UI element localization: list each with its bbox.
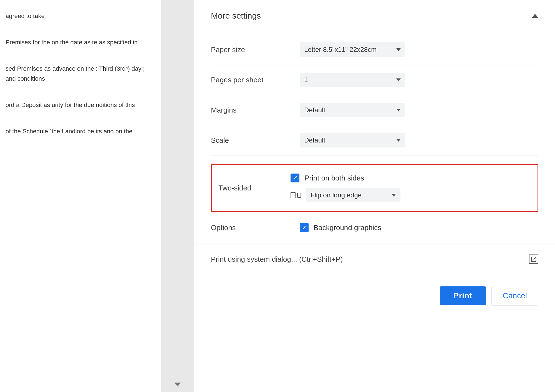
flip-icon-box2 <box>297 193 301 198</box>
scale-control[interactable]: Default <box>300 133 538 147</box>
more-settings-header[interactable]: More settings <box>194 0 555 29</box>
scale-label: Scale <box>211 136 300 145</box>
paper-size-arrow-icon <box>396 48 401 51</box>
margins-arrow-icon <box>396 109 401 111</box>
paper-size-label: Paper size <box>211 45 300 54</box>
pages-per-sheet-select[interactable]: 1 <box>300 73 405 87</box>
flip-icon-box1 <box>291 192 296 198</box>
two-sided-label: Two-sided <box>218 184 291 192</box>
scale-arrow-icon <box>396 139 401 142</box>
margins-control[interactable]: Default <box>300 103 538 117</box>
system-dialog-row[interactable]: Print using system dialog... (Ctrl+Shift… <box>211 249 538 269</box>
flip-edge-arrow-icon <box>392 194 396 197</box>
action-buttons: Print Cancel <box>194 278 555 314</box>
two-sided-section: Two-sided ✓ Print on both sides F <box>211 164 538 212</box>
margins-select[interactable]: Default <box>300 103 405 117</box>
pages-per-sheet-value: 1 <box>304 76 308 84</box>
system-dialog-text[interactable]: Print using system dialog... (Ctrl+Shift… <box>211 255 343 264</box>
scale-select[interactable]: Default <box>300 133 405 147</box>
two-sided-controls: ✓ Print on both sides Flip on long edge <box>291 174 531 202</box>
pages-per-sheet-arrow-icon <box>396 78 401 81</box>
scale-value: Default <box>304 136 325 144</box>
document-preview: agreed to take Premises for the on the d… <box>0 0 161 392</box>
doc-text-2: Premises for the on the date as te as sp… <box>6 37 155 47</box>
flip-edge-value: Flip on long edge <box>311 191 362 199</box>
print-panel: More settings Paper size Letter 8.5"x11"… <box>194 0 555 392</box>
two-sided-row: Two-sided ✓ Print on both sides F <box>218 170 531 206</box>
background-graphics-label: Background graphics <box>314 223 381 232</box>
paper-size-value: Letter 8.5"x11" 22x28cm <box>304 46 377 54</box>
print-button[interactable]: Print <box>440 286 486 305</box>
paper-size-row: Paper size Letter 8.5"x11" 22x28cm <box>211 35 538 65</box>
settings-rows: Paper size Letter 8.5"x11" 22x28cm Pages… <box>194 29 555 161</box>
pages-per-sheet-row: Pages per sheet 1 <box>211 65 538 95</box>
doc-text-1: agreed to take <box>6 11 155 21</box>
checkmark-icon: ✓ <box>293 175 297 181</box>
pages-per-sheet-label: Pages per sheet <box>211 76 300 84</box>
paper-size-select[interactable]: Letter 8.5"x11" 22x28cm <box>300 42 405 57</box>
separator <box>161 0 194 392</box>
print-both-sides-row: ✓ Print on both sides <box>291 174 531 182</box>
flip-edge-row: Flip on long edge <box>291 188 531 202</box>
cancel-button[interactable]: Cancel <box>491 286 538 306</box>
options-section: Options ✓ Background graphics <box>194 215 555 243</box>
doc-text-4: ord a Deposit as urity for the due nditi… <box>6 100 155 110</box>
external-link-icon <box>529 254 538 264</box>
options-control: ✓ Background graphics <box>300 223 538 232</box>
flip-icon <box>291 192 301 198</box>
margins-value: Default <box>304 106 325 114</box>
flip-edge-select[interactable]: Flip on long edge <box>306 188 400 202</box>
more-settings-title: More settings <box>211 11 261 21</box>
margins-label: Margins <box>211 106 300 114</box>
bg-checkmark-icon: ✓ <box>302 224 307 231</box>
options-label: Options <box>211 223 300 232</box>
paper-size-control[interactable]: Letter 8.5"x11" 22x28cm <box>300 42 538 57</box>
chevron-up-icon[interactable] <box>532 14 538 18</box>
scroll-down-icon[interactable] <box>174 383 181 386</box>
doc-text-5: of the Schedule ʼthe Landlord be its and… <box>6 126 155 136</box>
print-both-sides-label: Print on both sides <box>304 174 364 182</box>
doc-text-3: sed Premises as advance on the : Third (… <box>6 64 155 83</box>
margins-row: Margins Default <box>211 95 538 125</box>
scale-row: Scale Default <box>211 125 538 156</box>
system-dialog-section: Print using system dialog... (Ctrl+Shift… <box>194 243 555 278</box>
pages-per-sheet-control[interactable]: 1 <box>300 73 538 87</box>
print-both-sides-checkbox[interactable]: ✓ <box>291 174 299 182</box>
background-graphics-checkbox[interactable]: ✓ <box>300 223 309 232</box>
options-row: Options ✓ Background graphics <box>211 218 538 238</box>
